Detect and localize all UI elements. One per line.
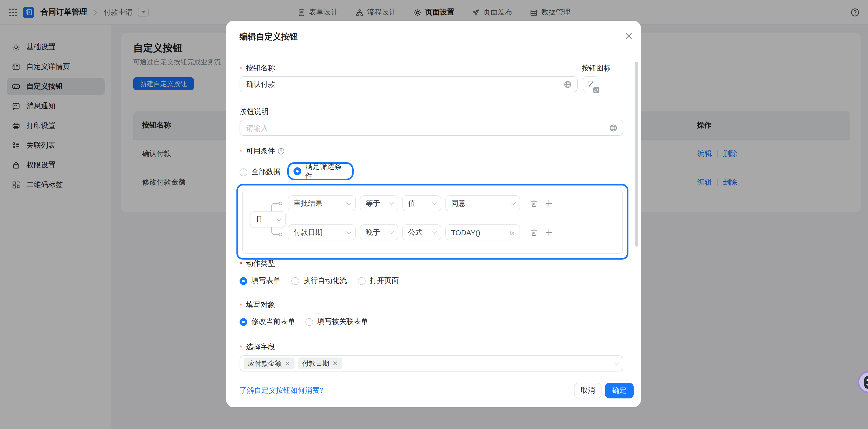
cancel-button[interactable]: 取消 [574, 383, 601, 398]
radio-icon [291, 277, 299, 285]
radio-icon [240, 168, 247, 176]
value-select[interactable]: 同意 [445, 195, 520, 211]
select-fields-input[interactable]: 应付款金额 ✕ 付款日期 ✕ [240, 356, 623, 371]
radio-icon [305, 318, 313, 326]
radio-edit-current-form[interactable]: 修改当前表单 [240, 317, 295, 326]
action-type-options: 填写表单 执行自动化流 打开页面 [240, 276, 399, 286]
chevron-down-icon [511, 200, 516, 205]
button-name-input-box [240, 76, 578, 92]
required-mark: * [240, 301, 242, 309]
field-tag: 付款日期 ✕ [298, 358, 342, 369]
radio-fill-form[interactable]: 填写表单 [240, 276, 281, 286]
chevron-down-icon [346, 200, 351, 205]
button-desc-input-box [240, 120, 623, 136]
chevron-down-icon [614, 360, 619, 365]
value-type-select[interactable]: 公式 [402, 224, 441, 240]
field-tag: 应付款金额 ✕ [244, 358, 294, 369]
formula-input[interactable]: TODAY()fx [445, 224, 520, 240]
radio-selected-icon [240, 318, 247, 326]
radio-selected-icon [293, 167, 301, 175]
globe-icon[interactable] [564, 80, 572, 88]
button-desc-input[interactable] [240, 120, 609, 135]
chevron-down-icon [389, 229, 394, 234]
chevron-down-icon [346, 229, 351, 234]
screen: 合同订单管理 付款申请 表单设计 流程设 [0, 0, 868, 429]
edit-badge-icon [593, 87, 599, 93]
value-type-select[interactable]: 值 [402, 195, 441, 211]
confirm-button[interactable]: 确定 [605, 383, 633, 398]
edit-custom-button-modal: 编辑自定义按钮 * 按钮名称 按钮图标 [226, 21, 641, 407]
chevron-down-icon [389, 200, 394, 205]
remove-tag-icon[interactable]: ✕ [332, 360, 338, 367]
field-select[interactable]: 审批结果 [288, 195, 356, 211]
radio-fill-related-form[interactable]: 填写被关联表单 [305, 317, 368, 326]
row-tools [530, 199, 553, 207]
assistant-icon [864, 376, 868, 388]
radio-icon [358, 277, 366, 285]
plus-icon[interactable] [545, 199, 553, 207]
condition-label: * 可用条件 [240, 146, 285, 156]
chevron-down-icon [276, 216, 282, 221]
condition-builder: 且 审批结果 等于 值 同意 [242, 190, 623, 254]
button-name-input[interactable] [240, 77, 564, 92]
radio-all-data[interactable]: 全部数据 [240, 167, 281, 177]
required-mark: * [240, 343, 242, 351]
operator-select[interactable]: 晚于 [360, 224, 398, 240]
button-desc-label: 按钮说明 [240, 107, 269, 117]
help-link[interactable]: 了解自定义按钮如何消费? [240, 386, 323, 395]
button-icon-label: 按钮图标 [582, 64, 611, 73]
required-mark: * [240, 147, 242, 156]
radio-open-page[interactable]: 打开页面 [358, 276, 399, 286]
modal-title: 编辑自定义按钮 [240, 32, 298, 42]
remove-tag-icon[interactable]: ✕ [285, 360, 290, 367]
required-mark: * [240, 260, 242, 268]
action-type-label: * 动作类型 [240, 259, 275, 268]
app-root: 合同订单管理 付款申请 表单设计 流程设 [0, 0, 868, 429]
condition-row: 付款日期 晚于 公式 TODAY()fx [288, 224, 553, 240]
chevron-down-icon [432, 229, 437, 234]
field-select[interactable]: 付款日期 [288, 224, 356, 240]
condition-builder-highlighted: 且 审批结果 等于 值 同意 [237, 184, 628, 260]
trash-icon[interactable] [530, 228, 538, 236]
radio-run-automation[interactable]: 执行自动化流 [291, 276, 347, 286]
radio-filter-condition-highlighted[interactable]: 满足筛选条件 [287, 162, 353, 180]
button-icon-picker[interactable] [583, 76, 598, 92]
trash-icon[interactable] [530, 199, 538, 207]
fill-target-label: * 填写对象 [240, 300, 275, 310]
logic-operator-select[interactable]: 且 [250, 211, 286, 227]
modal-scrollbar-thumb[interactable] [635, 62, 638, 246]
plus-icon[interactable] [545, 229, 553, 236]
button-name-label: * 按钮名称 [240, 64, 275, 73]
row-tools [530, 228, 553, 236]
question-circle-icon[interactable] [278, 148, 285, 155]
fx-icon: fx [509, 228, 515, 236]
radio-selected-icon [240, 277, 247, 285]
globe-icon[interactable] [609, 124, 618, 132]
fill-target-options: 修改当前表单 填写被关联表单 [240, 317, 368, 326]
chevron-down-icon [432, 200, 437, 205]
close-icon[interactable] [623, 31, 633, 41]
operator-select[interactable]: 等于 [360, 195, 398, 211]
condition-row: 审批结果 等于 值 同意 [288, 195, 553, 211]
required-mark: * [240, 64, 242, 72]
select-fields-label: * 选择字段 [240, 342, 275, 352]
